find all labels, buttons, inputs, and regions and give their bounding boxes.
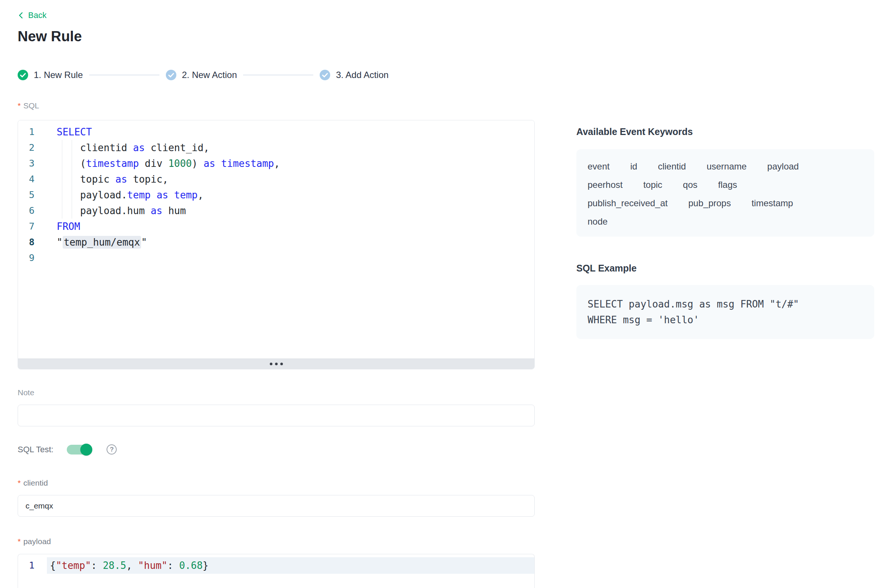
code-token: 28.5 bbox=[103, 560, 126, 571]
code-token bbox=[168, 189, 174, 201]
step-connector bbox=[243, 75, 313, 75]
step-3-add-action[interactable]: 3. Add Action bbox=[320, 70, 388, 80]
code-token: , bbox=[274, 158, 280, 169]
code-token: div bbox=[139, 158, 168, 169]
code-token: " bbox=[141, 237, 147, 248]
sql-line[interactable]: 8"temp_hum/emqx" bbox=[18, 234, 534, 250]
step-3-label: 3. Add Action bbox=[336, 70, 388, 80]
sql-test-toggle[interactable] bbox=[67, 445, 92, 454]
code-token: " bbox=[57, 237, 63, 248]
sql-label-text: SQL bbox=[23, 101, 39, 110]
code-token: temp bbox=[174, 189, 198, 201]
sql-line[interactable]: 5 payload.temp as temp, bbox=[18, 187, 534, 203]
help-icon[interactable]: ? bbox=[107, 444, 117, 454]
clientid-input[interactable] bbox=[18, 495, 535, 517]
code-token: as bbox=[150, 205, 162, 216]
code-token: , bbox=[198, 189, 204, 201]
keyword-item: pub_props bbox=[688, 198, 731, 208]
line-number: 5 bbox=[18, 187, 35, 203]
check-circle-done-icon bbox=[18, 70, 28, 80]
code-content: SELECT bbox=[57, 124, 92, 140]
sql-line[interactable]: 3 (timestamp div 1000) as timestamp, bbox=[18, 156, 534, 171]
help-panel: Available Event Keywords eventidclientid… bbox=[576, 126, 874, 339]
keyword-item: peerhost bbox=[588, 180, 622, 190]
sql-line[interactable]: 1SELECT bbox=[18, 124, 534, 140]
code-content: topic as topic, bbox=[57, 171, 168, 187]
line-number: 1 bbox=[18, 557, 35, 574]
event-keywords-box: eventidclientidusernamepayloadpeerhostto… bbox=[576, 149, 874, 237]
code-token: { bbox=[50, 560, 56, 571]
code-content: {"temp": 28.5, "hum": 0.68} bbox=[47, 557, 534, 574]
step-2-new-action[interactable]: 2. New Action bbox=[166, 70, 237, 80]
sql-line[interactable]: 9 bbox=[18, 250, 534, 266]
line-number: 1 bbox=[18, 124, 35, 140]
keyword-item: username bbox=[707, 161, 747, 172]
sql-code-editor[interactable]: 1SELECT2 clientid as client_id,3 (timest… bbox=[18, 120, 535, 369]
code-token bbox=[150, 189, 156, 201]
code-token: payload. bbox=[57, 189, 127, 201]
payload-code-editor[interactable]: 1{"temp": 28.5, "hum": 0.68} bbox=[18, 554, 535, 588]
rule-form: * SQL 1SELECT2 clientid as client_id,3 (… bbox=[18, 101, 535, 588]
code-content: "temp_hum/emqx" bbox=[57, 234, 147, 250]
keyword-item: topic bbox=[643, 180, 662, 190]
code-token: temp bbox=[127, 189, 151, 201]
step-indicator: 1. New Rule 2. New Action 3. Add Action bbox=[18, 70, 389, 80]
code-content: clientid as client_id, bbox=[57, 140, 209, 156]
note-label-text: Note bbox=[18, 388, 34, 397]
line-number: 4 bbox=[18, 171, 35, 187]
step-1-new-rule[interactable]: 1. New Rule bbox=[18, 70, 83, 80]
keyword-item: qos bbox=[683, 180, 698, 190]
code-token: temp_hum/emqx bbox=[63, 236, 141, 249]
indent-guide bbox=[72, 140, 72, 156]
code-token: "temp" bbox=[56, 560, 91, 571]
sql-example-box: SELECT payload.msg as msg FROM "t/#"WHER… bbox=[576, 285, 874, 339]
code-token: as bbox=[203, 158, 215, 169]
code-token: topic, bbox=[127, 174, 168, 185]
new-rule-page: { "page": { "back_label": "Back", "title… bbox=[0, 0, 884, 588]
sql-line[interactable]: 2 clientid as client_id, bbox=[18, 140, 534, 156]
code-token bbox=[215, 158, 221, 169]
sql-example-title: SQL Example bbox=[576, 262, 874, 274]
required-asterisk: * bbox=[18, 537, 21, 546]
payload-line[interactable]: 1{"temp": 28.5, "hum": 0.68} bbox=[18, 557, 534, 574]
code-token: ) bbox=[192, 158, 203, 169]
keyword-row: publish_received_atpub_propstimestamp bbox=[588, 198, 863, 208]
code-token: : bbox=[91, 560, 103, 571]
back-button[interactable]: Back bbox=[18, 10, 47, 20]
line-number: 8 bbox=[18, 234, 35, 250]
code-token: } bbox=[203, 560, 209, 571]
indent-guide bbox=[72, 187, 72, 203]
back-label: Back bbox=[28, 10, 47, 20]
required-asterisk: * bbox=[18, 478, 21, 488]
toggle-knob bbox=[80, 444, 92, 456]
indent-guide bbox=[62, 140, 62, 156]
example-code-line: WHERE msg = 'hello' bbox=[588, 312, 863, 328]
check-circle-pending-icon bbox=[166, 70, 176, 80]
indent-guide bbox=[72, 171, 72, 187]
code-token: as bbox=[133, 142, 145, 153]
code-content: (timestamp div 1000) as timestamp, bbox=[57, 156, 280, 171]
code-token: : bbox=[167, 560, 179, 571]
sql-line[interactable]: 7FROM bbox=[18, 219, 534, 234]
sql-code-area[interactable]: 1SELECT2 clientid as client_id,3 (timest… bbox=[18, 120, 534, 358]
step-connector bbox=[89, 75, 159, 75]
note-field-label: Note bbox=[18, 388, 535, 397]
keyword-item: clientid bbox=[658, 161, 686, 172]
keyword-item: publish_received_at bbox=[588, 198, 668, 208]
sql-line[interactable]: 4 topic as topic, bbox=[18, 171, 534, 187]
indent-guide bbox=[62, 187, 62, 203]
clientid-label-text: clientid bbox=[23, 478, 48, 488]
editor-resize-handle[interactable] bbox=[18, 358, 534, 369]
keyword-item: event bbox=[588, 161, 610, 172]
indent-guide bbox=[72, 203, 72, 219]
code-token: clientid bbox=[57, 142, 133, 153]
example-code-line: SELECT payload.msg as msg FROM "t/#" bbox=[588, 296, 863, 312]
page-title: New Rule bbox=[18, 28, 82, 45]
line-number: 2 bbox=[18, 140, 35, 156]
sql-test-label: SQL Test: bbox=[18, 445, 53, 454]
sql-line[interactable]: 6 payload.hum as hum bbox=[18, 203, 534, 219]
note-input[interactable] bbox=[18, 405, 535, 426]
line-number: 9 bbox=[18, 250, 35, 266]
resize-dot bbox=[275, 363, 278, 365]
payload-label-text: payload bbox=[23, 537, 51, 546]
